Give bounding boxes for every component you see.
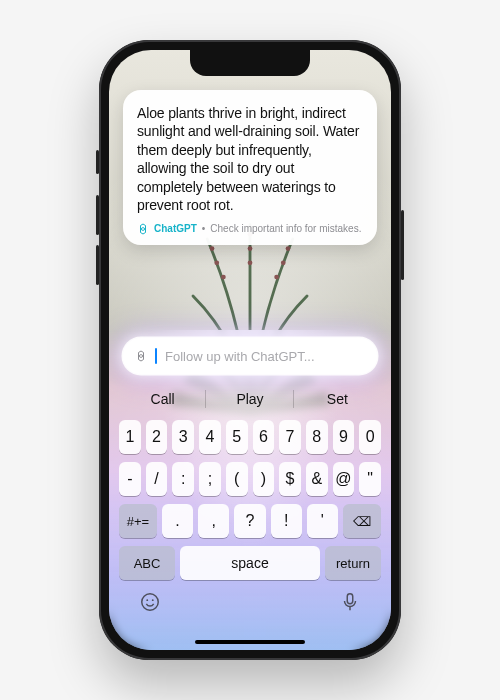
key-4[interactable]: 4 — [199, 420, 221, 454]
key-amp[interactable]: & — [306, 462, 328, 496]
power-button — [401, 210, 404, 280]
key-0[interactable]: 0 — [359, 420, 381, 454]
keyboard-row-1: 1 2 3 4 5 6 7 8 9 0 — [119, 420, 381, 454]
svg-point-1 — [214, 260, 219, 265]
key-paren-close[interactable]: ) — [253, 462, 275, 496]
suggestion-2[interactable]: Set — [294, 384, 381, 414]
svg-point-7 — [248, 246, 253, 251]
key-backspace[interactable]: ⌫ — [343, 504, 381, 538]
key-symbols[interactable]: #+= — [119, 504, 157, 538]
key-space[interactable]: space — [180, 546, 320, 580]
chatgpt-logo-icon — [137, 223, 149, 235]
key-colon[interactable]: : — [172, 462, 194, 496]
key-3[interactable]: 3 — [172, 420, 194, 454]
key-6[interactable]: 6 — [253, 420, 275, 454]
response-text: Aloe plants thrive in bright, indirect s… — [137, 104, 363, 215]
svg-point-8 — [248, 260, 253, 265]
key-quote[interactable]: " — [359, 462, 381, 496]
response-disclaimer: Check important info for mistakes. — [210, 223, 361, 234]
key-1[interactable]: 1 — [119, 420, 141, 454]
screen: Aloe plants thrive in bright, indirect s… — [109, 50, 391, 650]
chatgpt-logo-icon — [135, 350, 147, 362]
keyboard-footer — [117, 580, 383, 624]
key-period[interactable]: . — [162, 504, 193, 538]
notch — [190, 50, 310, 76]
svg-point-2 — [221, 275, 226, 280]
key-abc[interactable]: ABC — [119, 546, 175, 580]
response-footer: ChatGPT • Check important info for mista… — [137, 223, 363, 235]
key-comma[interactable]: , — [198, 504, 229, 538]
key-5[interactable]: 5 — [226, 420, 248, 454]
suggestion-1[interactable]: Play — [206, 384, 293, 414]
svg-point-5 — [274, 275, 279, 280]
dot-separator: • — [202, 223, 206, 234]
emoji-icon[interactable] — [139, 591, 161, 613]
home-indicator[interactable] — [195, 640, 305, 644]
mute-switch — [96, 150, 99, 174]
key-question[interactable]: ? — [234, 504, 265, 538]
key-exclaim[interactable]: ! — [271, 504, 302, 538]
suggestion-row: Call Play Set — [119, 384, 381, 414]
response-source-label: ChatGPT — [154, 223, 197, 234]
phone-frame: Aloe plants thrive in bright, indirect s… — [99, 40, 401, 660]
followup-placeholder: Follow up with ChatGPT... — [165, 349, 315, 364]
svg-rect-12 — [347, 594, 353, 604]
key-8[interactable]: 8 — [306, 420, 328, 454]
key-at[interactable]: @ — [333, 462, 355, 496]
keyboard-row-4: ABC space return — [119, 546, 381, 580]
key-9[interactable]: 9 — [333, 420, 355, 454]
key-dash[interactable]: - — [119, 462, 141, 496]
volume-up-button — [96, 195, 99, 235]
key-2[interactable]: 2 — [146, 420, 168, 454]
svg-point-9 — [142, 594, 159, 611]
keyboard: 1 2 3 4 5 6 7 8 9 0 - / : ; ( ) — [117, 420, 383, 580]
key-return[interactable]: return — [325, 546, 381, 580]
svg-point-11 — [152, 599, 154, 601]
keyboard-area: Follow up with ChatGPT... Call Play Set … — [109, 330, 391, 650]
svg-point-4 — [281, 260, 286, 265]
suggestion-0[interactable]: Call — [119, 384, 206, 414]
key-paren-open[interactable]: ( — [226, 462, 248, 496]
key-7[interactable]: 7 — [279, 420, 301, 454]
keyboard-row-3: #+= . , ? ! ' ⌫ — [119, 504, 381, 538]
svg-point-0 — [210, 246, 215, 251]
followup-input[interactable]: Follow up with ChatGPT... — [123, 338, 377, 374]
key-slash[interactable]: / — [146, 462, 168, 496]
volume-down-button — [96, 245, 99, 285]
keyboard-row-2: - / : ; ( ) $ & @ " — [119, 462, 381, 496]
key-semicolon[interactable]: ; — [199, 462, 221, 496]
key-dollar[interactable]: $ — [279, 462, 301, 496]
text-caret — [155, 348, 157, 364]
svg-point-10 — [146, 599, 148, 601]
svg-point-3 — [286, 246, 291, 251]
key-apostrophe[interactable]: ' — [307, 504, 338, 538]
response-card: Aloe plants thrive in bright, indirect s… — [123, 90, 377, 245]
mic-icon[interactable] — [339, 591, 361, 613]
